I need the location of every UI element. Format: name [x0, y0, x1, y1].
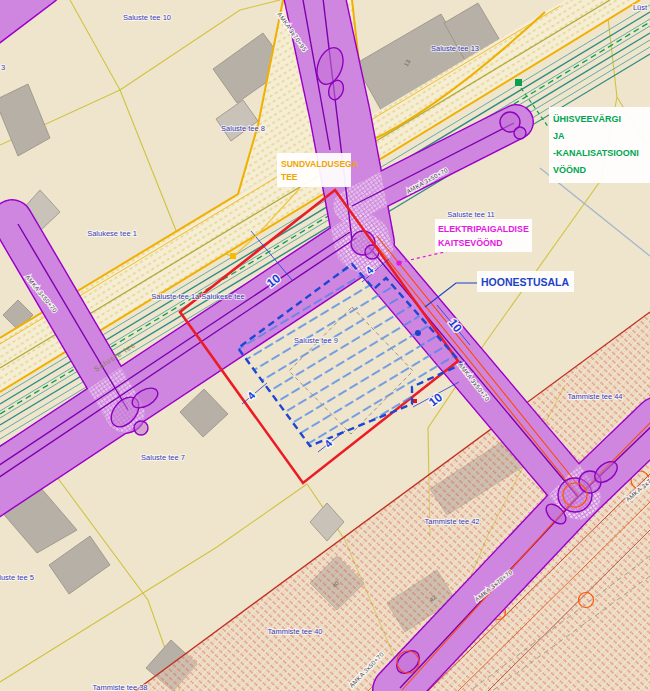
parcel-label: Saluste tee 5	[0, 573, 34, 582]
parcel-label: Saluste tee 9	[294, 336, 338, 345]
annotation-text: HOONESTUSALA	[481, 276, 570, 288]
parcel-label: Saluste tee 11	[447, 210, 494, 219]
parcel-label: Tammiste tee 42	[424, 517, 479, 526]
annotation-text: VÖÖND	[553, 165, 587, 175]
building-area-marker	[415, 330, 421, 336]
annotation-water-sewer-zone: ÜHISVEEVÄRGI JA -KANALISATSIOONI VÖÖND	[549, 107, 650, 183]
annotation-text: SUNDVALDUSEGA	[281, 159, 358, 169]
annotation-text: ÜHISVEEVÄRGI	[553, 114, 621, 124]
annotation-text: KAITSEVÖÖND	[438, 238, 503, 248]
annotation-sundvaldusega-tee: SUNDVALDUSEGA TEE	[277, 153, 358, 187]
parcel-label: Salukese tee 1	[87, 229, 137, 238]
plan-map-viewport: 10 4 10 10 4 4 Saluste tee AMKA 3x70+95 …	[0, 0, 650, 691]
parcel-label: 3	[1, 63, 5, 72]
annotation-hoonestusala: HOONESTUSALA	[477, 271, 574, 292]
parcel-label: Saluste tee 13	[431, 44, 479, 53]
parcel-label: Tammiste tee 38	[92, 683, 147, 691]
annotation-text: -KANALISATSIOONI	[553, 148, 639, 158]
parcel-label: Saluste tee 7	[141, 453, 185, 462]
road-point-marker	[230, 253, 236, 259]
parcel-label: Saluste tee 10	[123, 13, 171, 22]
parcel-label: Tammiste tee 44	[567, 392, 622, 401]
electric-point-marker	[396, 260, 401, 265]
annotation-text: TEE	[281, 172, 298, 182]
annotation-electric-zone: ELEKTRIPAIGALDISE KAITSEVÖÖND	[435, 219, 532, 252]
parcel-label: Tammiste tee 40	[267, 627, 322, 636]
parcel-label: Saluste tee 8	[221, 124, 265, 133]
map-canvas[interactable]: 10 4 10 10 4 4 Saluste tee AMKA 3x70+95 …	[0, 0, 650, 691]
parcel-label: Lüst	[633, 3, 648, 12]
annotation-text: ELEKTRIPAIGALDISE	[438, 224, 529, 234]
parcel-label: Saluste tee 1a Salukese tee	[151, 292, 244, 301]
annotation-text: JA	[553, 131, 565, 141]
water-point-marker	[515, 79, 522, 86]
